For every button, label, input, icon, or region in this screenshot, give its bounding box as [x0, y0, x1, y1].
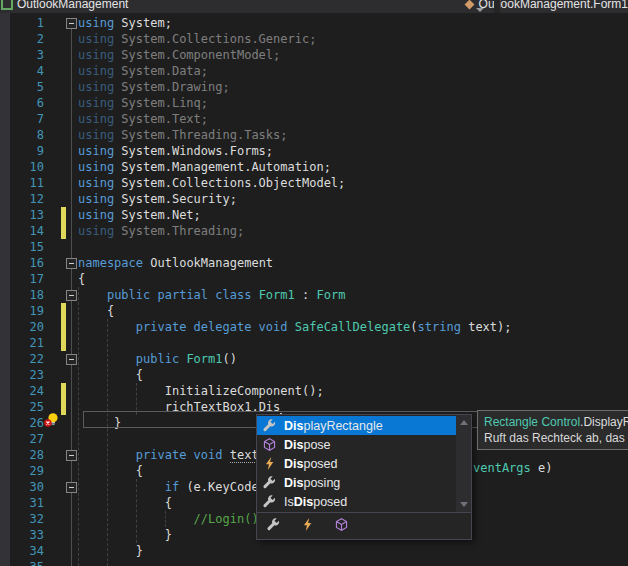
filter-method-button[interactable] [334, 517, 349, 536]
code-token [251, 288, 258, 302]
filter-event-button[interactable] [300, 517, 315, 536]
code-token: { [78, 464, 143, 478]
code-line[interactable]: { [0, 271, 628, 287]
code-line[interactable]: namespace OutlookManagement [0, 255, 628, 271]
project-dropdown[interactable]: OutlookManagement [0, 0, 457, 13]
code-line[interactable]: using System.Management.Automation; [0, 159, 628, 175]
code-token [78, 288, 107, 302]
completion-item-disposing[interactable]: Disposing [257, 473, 456, 492]
project-dropdown-label: OutlookManagement [17, 0, 128, 11]
code-token: using [78, 16, 114, 30]
code-token: System.Net; [114, 208, 201, 222]
scroll-down-icon[interactable] [460, 502, 468, 507]
code-token: System.Collections.ObjectModel; [114, 176, 345, 190]
code-token: Form [316, 288, 345, 302]
tooltip-description: Ruft das Rechteck ab, das de [484, 430, 628, 446]
popup-filter-bar [257, 512, 471, 539]
code-token: System.Collections.Generic; [114, 32, 316, 46]
code-line[interactable]: using System.Security; [0, 191, 628, 207]
code-token: using [78, 96, 114, 110]
fold-collapse-icon[interactable] [66, 482, 77, 493]
property-icon [262, 494, 277, 509]
code-line[interactable]: using System.ComponentModel; [0, 47, 628, 63]
completion-item-isdisposed[interactable]: IsDisposed [257, 492, 456, 511]
dropdown-chevron-icon[interactable] [476, 8, 484, 12]
code-line[interactable]: { [0, 367, 628, 383]
completion-item-disposed[interactable]: Disposed [257, 454, 456, 473]
code-token: //Login() [78, 512, 259, 526]
code-token: public partial class [107, 288, 252, 302]
code-token: Form1 [259, 288, 295, 302]
code-line[interactable]: using System.Linq; [0, 95, 628, 111]
fold-collapse-icon[interactable] [66, 354, 77, 365]
fold-collapse-icon[interactable] [66, 290, 77, 301]
code-line[interactable]: using System.Collections.ObjectModel; [0, 175, 628, 191]
code-token: System.Threading; [114, 224, 244, 238]
code-line[interactable]: using System.Net; [0, 207, 628, 223]
line-number[interactable]: 21 [10, 335, 44, 351]
code-token: { [78, 368, 143, 382]
code-token: InitializeComponent(); [78, 384, 324, 398]
fold-collapse-icon[interactable] [66, 18, 77, 29]
code-line[interactable]: using System.Threading; [0, 223, 628, 239]
completion-item-displayrectangle[interactable]: DisplayRectangle [257, 416, 456, 435]
fold-collapse-icon[interactable] [66, 450, 77, 461]
code-token: { [78, 304, 114, 318]
code-token: using [78, 128, 114, 142]
code-token: using [78, 112, 114, 126]
code-token: text [230, 448, 259, 463]
scroll-up-icon[interactable] [460, 420, 468, 425]
code-token: using [78, 224, 114, 238]
code-line[interactable]: using System.Text; [0, 111, 628, 127]
code-token: e) [531, 461, 553, 475]
code-line[interactable]: using System.Threading.Tasks; [0, 127, 628, 143]
code-token: System; [114, 16, 172, 30]
member-dropdown-label: OutlookManagement.Form1 [479, 0, 628, 11]
navigation-bar: OutlookManagement OutlookManagement.Form… [0, 0, 628, 13]
code-token: (e.KeyCode [179, 480, 258, 494]
code-line[interactable]: } [0, 543, 628, 559]
code-token: System.Security; [114, 192, 237, 206]
code-token [78, 480, 165, 494]
code-line[interactable]: using System.Data; [0, 63, 628, 79]
code-line[interactable]: public Form1() [0, 351, 628, 367]
code-token: string [418, 320, 461, 334]
completion-item-label: Disposing [284, 476, 340, 490]
code-line[interactable]: using System.Collections.Generic; [0, 31, 628, 47]
code-token: Form1 [186, 352, 222, 366]
code-line[interactable]: using System.Drawing; [0, 79, 628, 95]
filter-property-button[interactable] [266, 517, 281, 536]
lightbulb-error-icon[interactable] [43, 412, 62, 432]
code-token: : [295, 288, 317, 302]
class-icon [464, 0, 474, 9]
fold-collapse-icon[interactable] [66, 258, 77, 269]
code-token: System.Text; [114, 112, 208, 126]
completion-item-label: IsDisposed [284, 495, 347, 509]
code-token: ( [410, 320, 417, 334]
intellisense-popup: DisplayRectangleDisposeDisposedDisposing… [256, 414, 472, 540]
code-token: namespace [78, 256, 143, 270]
code-token: ventArgs [473, 461, 531, 475]
code-token: public [136, 352, 179, 366]
line-number[interactable]: 27 [10, 431, 44, 447]
code-line[interactable]: { [0, 303, 628, 319]
code-line[interactable]: private delegate void SafeCallDelegate(s… [0, 319, 628, 335]
code-token [288, 320, 295, 334]
method-icon [262, 437, 277, 452]
code-token: System.Data; [114, 64, 208, 78]
line-number[interactable]: 15 [10, 239, 44, 255]
code-token: text); [461, 320, 512, 334]
completion-item-dispose[interactable]: Dispose [257, 435, 456, 454]
quickinfo-tooltip: Rectangle Control.DisplayRe Ruft das Rec… [477, 410, 628, 450]
code-token: using [78, 208, 114, 222]
code-line[interactable]: public partial class Form1 : Form [0, 287, 628, 303]
code-token: OutlookManagement [143, 256, 273, 270]
line-number[interactable]: 35 [10, 559, 44, 566]
code-token [223, 448, 230, 462]
code-token: if [165, 480, 179, 494]
popup-scrollbar[interactable] [456, 415, 471, 512]
event-icon [300, 517, 315, 532]
code-line[interactable]: InitializeComponent(); [0, 383, 628, 399]
code-line[interactable]: using System.Windows.Forms; [0, 143, 628, 159]
code-line[interactable]: using System; [0, 15, 628, 31]
